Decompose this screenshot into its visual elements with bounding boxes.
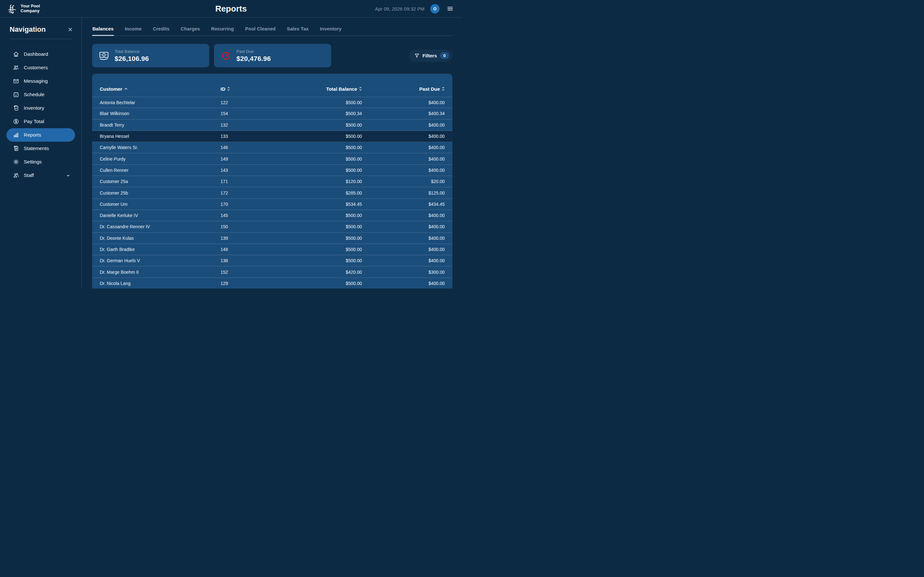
cash-icon bbox=[99, 51, 110, 60]
tab-inventory[interactable]: Inventory bbox=[320, 24, 342, 35]
cell-customer: Blair Wilkinson bbox=[100, 111, 220, 116]
table-row[interactable]: Bryana Hessel133$500.00$400.00 bbox=[92, 131, 452, 142]
sidebar-item-label: Dashboard bbox=[24, 51, 48, 57]
total-balance-label: Total Balance bbox=[115, 49, 149, 54]
table-row[interactable]: Dr. Marge Boehm II152$420.00$300.00 bbox=[92, 266, 452, 277]
cell-past-due: $400.00 bbox=[362, 235, 445, 241]
table-row[interactable]: Dr. Garth Bradtke148$500.00$400.00 bbox=[92, 244, 452, 255]
table-row[interactable]: Customer 25a171$120.00$20.00 bbox=[92, 176, 452, 187]
clipboard-check-icon bbox=[13, 105, 19, 111]
sidebar-item-dashboard[interactable]: Dashboard bbox=[6, 47, 75, 61]
table-row[interactable]: Camylle Waters Sr.146$500.00$400.00 bbox=[92, 142, 452, 153]
sidebar-item-label: Settings bbox=[24, 159, 42, 165]
sidebar-item-label: Schedule bbox=[24, 92, 45, 97]
table-row[interactable]: Dr. Deonte Kulas139$500.00$400.00 bbox=[92, 233, 452, 244]
sidebar-item-customers[interactable]: Customers bbox=[6, 61, 75, 74]
cell-customer: Dr. Cassandre Renner IV bbox=[100, 224, 220, 229]
cell-id: 149 bbox=[220, 156, 289, 161]
sidebar-item-staff[interactable]: Staff bbox=[6, 169, 75, 182]
cell-total-balance: $285.00 bbox=[289, 190, 362, 195]
main-content: BalancesIncomeCreditsChargesRecurringPoo… bbox=[82, 18, 462, 288]
table-row[interactable]: Danielle Kerluke IV145$500.00$400.00 bbox=[92, 210, 452, 221]
tab-credits[interactable]: Credits bbox=[152, 24, 170, 35]
balances-table: CustomerIDTotal BalancePast Due Antonia … bbox=[92, 74, 452, 288]
table-row[interactable]: Customer 25b172$285.00$125.00 bbox=[92, 187, 452, 198]
cell-customer: Camylle Waters Sr. bbox=[100, 145, 220, 150]
cell-customer: Dr. Marge Boehm II bbox=[100, 269, 220, 275]
table-row[interactable]: Customer Um170$534.45$434.45 bbox=[92, 199, 452, 210]
sidebar-item-label: Statements bbox=[24, 145, 49, 151]
close-icon[interactable] bbox=[66, 25, 74, 34]
sidebar-item-messaging[interactable]: Messaging bbox=[6, 74, 75, 88]
sidebar-nav: DashboardCustomersMessagingScheduleInven… bbox=[6, 47, 75, 182]
tab-balances[interactable]: Balances bbox=[92, 24, 114, 35]
sidebar-item-inventory[interactable]: Inventory bbox=[6, 101, 75, 115]
filters-button[interactable]: Filters 0 bbox=[409, 50, 452, 62]
staff-icon bbox=[13, 172, 19, 179]
bar-chart-icon bbox=[13, 132, 19, 138]
column-label: Past Due bbox=[419, 86, 440, 92]
sidebar-item-pay-total[interactable]: Pay Total bbox=[6, 115, 75, 128]
sidebar-item-schedule[interactable]: Schedule bbox=[6, 88, 75, 101]
cell-past-due: $400.00 bbox=[362, 156, 445, 161]
cell-past-due: $400.00 bbox=[362, 134, 445, 139]
cell-id: 143 bbox=[220, 168, 289, 173]
cell-customer: Customer 25b bbox=[100, 190, 220, 195]
table-row[interactable]: Celine Purdy149$500.00$400.00 bbox=[92, 153, 452, 164]
sort-asc-icon bbox=[124, 87, 128, 90]
sort-both-icon bbox=[227, 87, 230, 91]
column-header-total-balance[interactable]: Total Balance bbox=[289, 86, 362, 92]
cell-total-balance: $500.00 bbox=[289, 134, 362, 139]
cell-past-due: $400.00 bbox=[362, 258, 445, 263]
cell-past-due: $400.00 bbox=[362, 281, 445, 286]
cell-customer: Customer Um bbox=[100, 201, 220, 207]
table-row[interactable]: Dr. Nicola Lang129$500.00$400.00 bbox=[92, 278, 452, 288]
cell-total-balance: $500.00 bbox=[289, 224, 362, 229]
clipboard-list-icon bbox=[13, 145, 19, 152]
sidebar: Navigation DashboardCustomersMessagingSc… bbox=[0, 18, 82, 288]
cell-customer: Brandt Terry bbox=[100, 122, 220, 127]
column-label: ID bbox=[220, 86, 225, 92]
table-row[interactable]: Brandt Terry132$500.00$400.00 bbox=[92, 119, 452, 131]
past-due-label: Past Due bbox=[236, 49, 271, 54]
cell-past-due: $400.00 bbox=[362, 100, 445, 105]
tab-income[interactable]: Income bbox=[124, 24, 142, 35]
sidebar-item-statements[interactable]: Statements bbox=[6, 142, 75, 155]
summary-row: Total Balance $26,106.96 Past Due $20,47… bbox=[92, 44, 452, 67]
tab-pool-cleaned[interactable]: Pool Cleaned bbox=[245, 24, 276, 35]
table-header-row: CustomerIDTotal BalancePast Due bbox=[92, 74, 452, 97]
sidebar-item-label: Customers bbox=[24, 65, 48, 71]
sidebar-header: Navigation bbox=[6, 25, 75, 34]
avatar[interactable]: O bbox=[430, 4, 439, 13]
cell-total-balance: $500.00 bbox=[289, 145, 362, 150]
sidebar-title: Navigation bbox=[10, 25, 45, 34]
table-row[interactable]: Dr. Cassandre Renner IV150$500.00$400.00 bbox=[92, 221, 452, 232]
column-header-past-due[interactable]: Past Due bbox=[362, 86, 445, 92]
tab-sales-tax[interactable]: Sales Tax bbox=[286, 24, 309, 35]
cell-past-due: $400.00 bbox=[362, 247, 445, 252]
cell-past-due: $125.00 bbox=[362, 190, 445, 195]
menu-icon[interactable] bbox=[445, 4, 455, 13]
tab-charges[interactable]: Charges bbox=[180, 24, 200, 35]
sidebar-item-settings[interactable]: Settings bbox=[6, 155, 75, 169]
table-row[interactable]: Cullen Renner143$500.00$400.00 bbox=[92, 165, 452, 176]
cell-customer: Customer 25a bbox=[100, 179, 220, 184]
cell-total-balance: $500.00 bbox=[289, 213, 362, 218]
cell-total-balance: $420.00 bbox=[289, 269, 362, 275]
sidebar-item-label: Inventory bbox=[24, 105, 44, 111]
filters-count-badge: 0 bbox=[440, 52, 449, 59]
cell-customer: Dr. German Huels V bbox=[100, 258, 220, 263]
cell-customer: Dr. Deonte Kulas bbox=[100, 235, 220, 241]
sidebar-item-reports[interactable]: Reports bbox=[6, 128, 75, 142]
table-row[interactable]: Blair Wilkinson154$500.34$400.34 bbox=[92, 108, 452, 119]
cell-total-balance: $120.00 bbox=[289, 179, 362, 184]
topbar-right: Apr 09, 2026 09:32 PM O bbox=[375, 4, 455, 13]
column-header-customer[interactable]: Customer bbox=[100, 86, 220, 92]
cell-past-due: $400.00 bbox=[362, 122, 445, 127]
column-header-id[interactable]: ID bbox=[220, 86, 289, 92]
cell-customer: Celine Purdy bbox=[100, 156, 220, 161]
table-row[interactable]: Dr. German Huels V138$500.00$400.00 bbox=[92, 255, 452, 266]
table-row[interactable]: Antonia Bechtelar122$500.00$400.00 bbox=[92, 97, 452, 108]
calendar-icon bbox=[13, 91, 19, 98]
tab-recurring[interactable]: Recurring bbox=[211, 24, 234, 35]
